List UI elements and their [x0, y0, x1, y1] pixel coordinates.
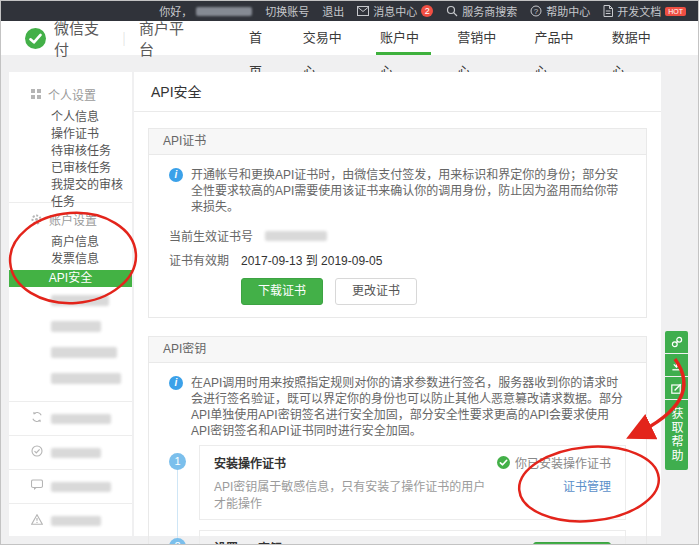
- nav-account-center[interactable]: 账户中心: [365, 21, 442, 55]
- brand-name: 微信支付: [54, 17, 109, 59]
- sidebar-item-my-submitted-tasks[interactable]: 我提交的审核任务: [9, 177, 132, 194]
- edit-icon: [671, 383, 682, 394]
- sidebar-item-redacted[interactable]: [51, 373, 121, 384]
- sidebar-item-pending-tasks[interactable]: 待审核任务: [9, 143, 132, 160]
- download-icon: [671, 360, 682, 371]
- api-key-notice: i 在API调用时用来按照指定规则对你的请求参数进行签名，服务器收到你的请求时会…: [169, 375, 626, 439]
- download-cert-button[interactable]: 下载证书: [241, 278, 323, 305]
- api-cert-notice-text: 开通帐号和更换API证书时，由微信支付签发，用来标识和界定你的身份；部分安全性要…: [191, 167, 626, 215]
- message-center-link[interactable]: 消息中心 2: [357, 3, 433, 19]
- floating-toolbar: 获取帮助: [665, 331, 688, 470]
- wechat-pay-merchant-platform: 你好， 切换账号 退出 消息中心 2 服务商搜索 ? 帮助中心: [0, 0, 699, 545]
- search-icon: [446, 5, 458, 17]
- brand-home-link[interactable]: 微信支付 ｜ 商户平台: [25, 17, 194, 59]
- step2-title: 设置API密钥: [214, 539, 523, 545]
- sidebar-item-redacted[interactable]: [51, 347, 117, 358]
- sidebar-section-redacted[interactable]: [9, 478, 132, 495]
- arrows-circle-icon: [31, 411, 43, 426]
- sidebar-section-account: 账户设置: [9, 211, 132, 227]
- wechat-pay-logo-icon: [25, 28, 46, 49]
- sidebar-item-api-security[interactable]: API安全: [9, 270, 132, 287]
- validity-value: 2017-09-13 到 2019-09-05: [241, 251, 382, 268]
- sidebar-section-account-label: 账户设置: [49, 211, 97, 228]
- sidebar-divider: [9, 401, 132, 402]
- cert-manage-link[interactable]: 证书管理: [563, 477, 611, 494]
- validity-row: 证书有效期 2017-09-13 到 2019-09-05: [169, 251, 626, 268]
- provider-search-label: 服务商搜索: [462, 3, 517, 19]
- edit-button[interactable]: [665, 377, 688, 399]
- redacted-text: [51, 414, 111, 424]
- nav-home[interactable]: 首页: [234, 21, 288, 55]
- api-cert-panel: API证书 i 开通帐号和更换API证书时，由微信支付签发，用来标识和界定你的身…: [148, 128, 647, 318]
- sidebar-divider: [9, 435, 132, 436]
- validity-label: 证书有效期: [169, 251, 229, 268]
- brand-platform: 商户平台: [139, 17, 194, 59]
- step1-desc: API密钥属于敏感信息，只有安装了操作证书的用户才能操作: [214, 477, 487, 511]
- message-center-label: 消息中心: [373, 3, 417, 19]
- api-key-panel-title: API密钥: [149, 337, 646, 363]
- step1-title: 安装操作证书: [214, 454, 487, 471]
- logout-link[interactable]: 退出: [322, 3, 344, 19]
- api-key-steps: 1 安装操作证书 API密钥属于敏感信息，只有安装了操作证书的用户才能操作: [169, 445, 626, 545]
- grid-icon: [31, 89, 41, 99]
- switch-account-link[interactable]: 切换账号: [265, 3, 309, 19]
- brand-divider: ｜: [117, 28, 131, 48]
- step-install-cert: 1 安装操作证书 API密钥属于敏感信息，只有安装了操作证书的用户才能操作: [169, 445, 626, 520]
- api-cert-panel-title: API证书: [149, 129, 646, 155]
- change-cert-button[interactable]: 更改证书: [335, 278, 417, 305]
- sidebar-item-personal-info[interactable]: 个人信息: [9, 109, 132, 126]
- api-key-notice-text: 在API调用时用来按照指定规则对你的请求参数进行签名，服务器收到你的请求时会进行…: [191, 375, 626, 439]
- sidebar-divider: [9, 503, 132, 504]
- gear-icon: [31, 214, 42, 225]
- chain-link-button[interactable]: [665, 331, 688, 353]
- api-cert-notice: i 开通帐号和更换API证书时，由微信支付签发，用来标识和界定你的身份；部分安全…: [169, 167, 626, 215]
- step1-box: 安装操作证书 API密钥属于敏感信息，只有安装了操作证书的用户才能操作 你已安装…: [199, 445, 626, 520]
- info-icon: i: [169, 168, 183, 182]
- chain-link-icon: [671, 336, 683, 348]
- dev-docs-link[interactable]: 开发文档 HOT: [603, 3, 686, 19]
- step2-box: 设置API密钥 API密钥属于敏感信息，请妥善保管不要泄露，如果怀疑信息泄露，请…: [199, 530, 626, 545]
- document-icon: [603, 5, 613, 17]
- sidebar-item-redacted[interactable]: [51, 295, 109, 306]
- sidebar-section-redacted[interactable]: [9, 410, 132, 427]
- step1-number-badge: 1: [169, 453, 186, 470]
- nav-data-center[interactable]: 数据中心: [597, 21, 674, 55]
- current-cert-label: 当前生效证书号: [169, 227, 253, 244]
- svg-text:?: ?: [534, 7, 539, 16]
- sidebar-item-redacted[interactable]: [51, 321, 101, 332]
- check-circle-icon: [497, 456, 510, 469]
- sidebar-section-personal: 个人设置: [9, 86, 132, 102]
- current-cert-row: 当前生效证书号: [169, 227, 626, 244]
- download-button[interactable]: [665, 354, 688, 376]
- question-circle-icon: ?: [530, 5, 542, 17]
- main-nav: 首页 交易中心 账户中心 营销中心 产品中心 数据中心: [234, 21, 674, 55]
- nav-product-center[interactable]: 产品中心: [519, 21, 596, 55]
- redacted-text: [51, 482, 111, 492]
- header: 微信支付 ｜ 商户平台 首页 交易中心 账户中心 营销中心 产品中心 数据中心: [1, 21, 698, 55]
- sidebar-item-merchant-info[interactable]: 商户信息: [9, 234, 132, 251]
- sidebar-item-invoice-info[interactable]: 发票信息: [9, 251, 132, 268]
- help-center-link[interactable]: ? 帮助中心: [530, 3, 590, 19]
- step2-number-badge: 2: [169, 538, 186, 545]
- info-icon: i: [169, 376, 183, 390]
- sidebar-item-reviewed-tasks[interactable]: 已审核任务: [9, 160, 132, 177]
- sidebar-section-redacted[interactable]: [9, 512, 132, 529]
- sidebar-item-operation-cert[interactable]: 操作证书: [9, 126, 132, 143]
- check-circle-icon: [31, 445, 43, 460]
- redacted-cert-number: [265, 231, 327, 241]
- help-center-label: 帮助中心: [546, 3, 590, 19]
- hot-badge: HOT: [665, 7, 686, 16]
- cert-installed-status-text: 你已安装操作证书: [515, 454, 611, 471]
- get-help-button[interactable]: 获取帮助: [665, 400, 688, 470]
- comment-icon: [31, 479, 43, 494]
- redacted-text: [51, 516, 101, 526]
- sidebar-section-redacted[interactable]: [9, 444, 132, 461]
- api-key-panel: API密钥 i 在API调用时用来按照指定规则对你的请求参数进行签名，服务器收到…: [148, 336, 647, 545]
- nav-marketing-center[interactable]: 营销中心: [442, 21, 519, 55]
- warning-triangle-icon: [31, 514, 43, 528]
- provider-search-link[interactable]: 服务商搜索: [446, 3, 517, 19]
- dev-docs-label: 开发文档: [617, 3, 661, 19]
- redacted-text: [51, 448, 101, 458]
- sidebar-section-personal-label: 个人设置: [48, 86, 96, 103]
- nav-trade-center[interactable]: 交易中心: [288, 21, 365, 55]
